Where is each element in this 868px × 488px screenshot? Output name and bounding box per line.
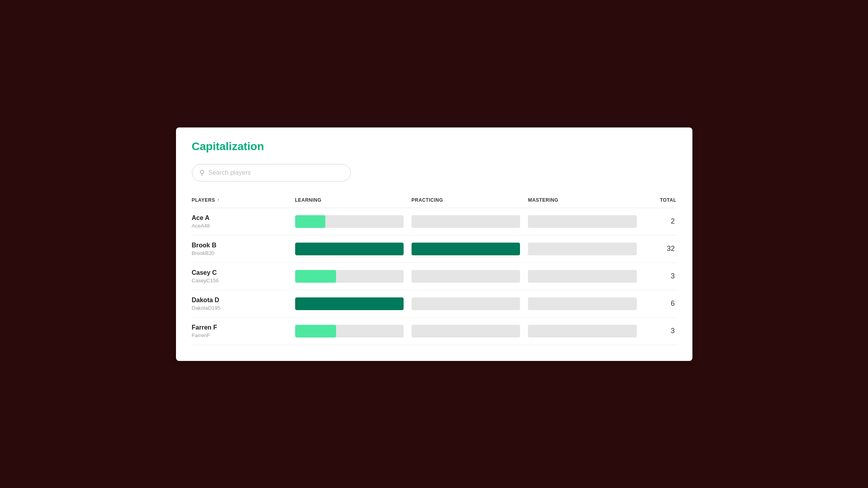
practicing-bar-cell xyxy=(412,243,528,255)
learning-bar-track xyxy=(295,270,404,283)
practicing-bar-cell xyxy=(412,325,528,338)
mastering-bar-cell xyxy=(528,215,644,228)
practicing-bar-track xyxy=(412,325,520,338)
player-name: Casey C xyxy=(192,269,295,276)
table-header: PLAYERS ↑ LEARNING PRACTICING MASTERING … xyxy=(192,194,677,208)
table-body: Ace A AceA48 2 Brook B BrookB20 xyxy=(192,208,677,345)
learning-bar-track xyxy=(295,215,404,228)
learning-bar-track xyxy=(295,243,404,255)
table-row: Dakota D DakotaD195 6 xyxy=(192,290,677,318)
total-cell: 32 xyxy=(645,245,677,253)
search-icon: ⚲ xyxy=(199,168,205,177)
mastering-bar-cell xyxy=(528,270,644,283)
learning-bar-cell xyxy=(295,243,412,255)
player-info: Brook B BrookB20 xyxy=(192,242,295,256)
learning-bar-fill xyxy=(295,243,404,255)
player-name: Farren F xyxy=(192,324,295,331)
practicing-bar-cell xyxy=(412,270,528,283)
total-cell: 3 xyxy=(645,272,677,280)
player-username: BrookB20 xyxy=(192,250,295,256)
mastering-bar-track xyxy=(528,270,636,283)
total-cell: 6 xyxy=(645,299,677,308)
practicing-bar-cell xyxy=(412,297,528,310)
search-container: ⚲ xyxy=(192,164,351,181)
total-cell: 3 xyxy=(645,327,677,335)
mastering-bar-fill xyxy=(528,243,531,255)
practicing-bar-track xyxy=(412,270,520,283)
table-row: Farren F FarrenF 3 xyxy=(192,318,677,345)
learning-bar-fill xyxy=(295,215,326,228)
mastering-bar-track xyxy=(528,325,636,338)
learning-bar-fill xyxy=(295,297,404,310)
mastering-bar-track xyxy=(528,215,636,228)
col-header-learning: LEARNING xyxy=(295,197,412,203)
table-row: Brook B BrookB20 32 xyxy=(192,235,677,263)
player-name: Dakota D xyxy=(192,297,295,304)
practicing-bar-track xyxy=(412,297,520,310)
main-card: Capitalization ⚲ PLAYERS ↑ LEARNING PRAC… xyxy=(176,127,692,361)
practicing-bar-track xyxy=(412,243,520,255)
mastering-bar-track xyxy=(528,297,636,310)
practicing-bar-track xyxy=(412,215,520,228)
col-header-players: PLAYERS ↑ xyxy=(192,197,295,203)
player-username: FarrenF xyxy=(192,332,295,338)
player-username: DakotaD195 xyxy=(192,305,295,311)
practicing-bar-fill xyxy=(412,243,520,255)
mastering-bar-cell xyxy=(528,325,644,338)
player-info: Farren F FarrenF xyxy=(192,324,295,338)
player-username: CaseyC156 xyxy=(192,278,295,284)
page-title: Capitalization xyxy=(192,140,677,153)
learning-bar-cell xyxy=(295,270,412,283)
col-header-practicing: PRACTICING xyxy=(412,197,528,203)
learning-bar-cell xyxy=(295,215,412,228)
learning-bar-track xyxy=(295,325,404,338)
learning-bar-cell xyxy=(295,297,412,310)
sort-arrow-icon[interactable]: ↑ xyxy=(217,197,219,203)
player-info: Casey C CaseyC156 xyxy=(192,269,295,284)
col-header-mastering: MASTERING xyxy=(528,197,644,203)
total-cell: 2 xyxy=(645,217,677,226)
learning-bar-fill xyxy=(295,325,336,338)
player-info: Ace A AceA48 xyxy=(192,214,295,229)
player-name: Brook B xyxy=(192,242,295,249)
col-header-total: TOTAL xyxy=(645,197,677,203)
learning-bar-cell xyxy=(295,325,412,338)
practicing-bar-cell xyxy=(412,215,528,228)
table-row: Casey C CaseyC156 3 xyxy=(192,263,677,290)
mastering-bar-track xyxy=(528,243,636,255)
player-name: Ace A xyxy=(192,214,295,222)
mastering-bar-cell xyxy=(528,297,644,310)
player-username: AceA48 xyxy=(192,223,295,229)
player-info: Dakota D DakotaD195 xyxy=(192,297,295,311)
learning-bar-fill xyxy=(295,270,336,283)
search-input[interactable] xyxy=(209,169,343,176)
practicing-bar-fill xyxy=(412,297,415,310)
mastering-bar-cell xyxy=(528,243,644,255)
learning-bar-track xyxy=(295,297,404,310)
table-row: Ace A AceA48 2 xyxy=(192,208,677,235)
